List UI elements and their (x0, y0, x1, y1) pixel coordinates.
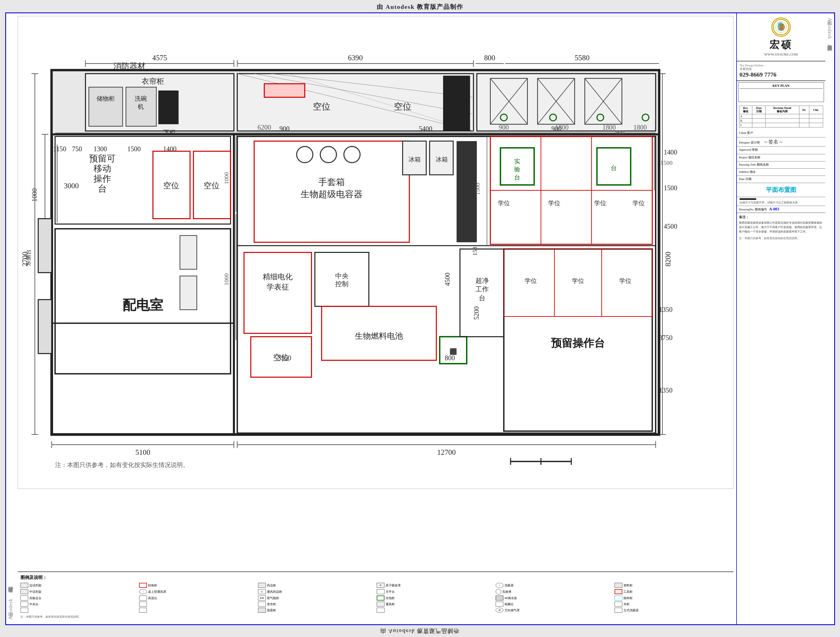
right-panel: 宏硕 WWW.SXSURE.COM The Design Hotline 本案热… (737, 13, 825, 624)
designer-section: Designer 设计师 ～签名～ (737, 137, 825, 147)
svg-text:冰箱: 冰箱 (436, 156, 448, 163)
svg-text:5580: 5580 (575, 54, 589, 62)
legend-title: 图例及说明： (21, 575, 731, 580)
svg-text:1500: 1500 (127, 145, 141, 153)
svg-text:12700: 12700 (437, 448, 456, 456)
svg-text:精细电化: 精细电化 (263, 273, 293, 281)
svg-text:1800: 1800 (555, 124, 568, 131)
key-plan-title: KEY PLAN (740, 84, 823, 89)
svg-text:东侧台: 东侧台 (25, 249, 31, 266)
svg-text:1350: 1350 (659, 306, 673, 313)
svg-text:6390: 6390 (348, 54, 363, 62)
svg-rect-12 (158, 90, 178, 124)
svg-text:控制: 控制 (335, 280, 349, 287)
approved-section: Approved 审核 (737, 147, 825, 154)
top-watermark: 由 Autodesk 教育版产品制作 (0, 0, 840, 13)
notes-footer: 注：本图只供参考，如有变化按实际生情况说明。 (739, 236, 823, 240)
svg-text:预留操作台: 预留操作台 (551, 337, 605, 349)
plan-title: 平面布置图 (740, 186, 823, 194)
svg-text:1350: 1350 (659, 386, 673, 394)
legend-item-water-cabinet: 水泡柜 (377, 596, 493, 601)
legend-item-hanging-cabinet: 吊柜 (614, 602, 731, 607)
footer-note: 注：本图只供参考，如有变化按实际生情况说明。 (21, 615, 731, 619)
svg-text:1800: 1800 (633, 124, 647, 131)
hotline-label-cn: 本案热线 (740, 67, 823, 71)
legend-item-bench3: 中试剂架 (21, 589, 137, 594)
svg-text:生物燃料电池: 生物燃料电池 (355, 331, 403, 341)
svg-text:学位: 学位 (594, 200, 606, 207)
svg-text:空位: 空位 (163, 181, 179, 190)
svg-text:实: 实 (514, 158, 520, 165)
svg-text:台: 台 (611, 164, 617, 172)
svg-text:1500: 1500 (474, 183, 481, 195)
legend-item-hood: ○ 桌上型通风罩 (139, 589, 255, 594)
svg-text:1400: 1400 (163, 145, 177, 153)
svg-text:机: 机 (138, 103, 144, 110)
svg-text:操作: 操作 (93, 174, 111, 184)
svg-rect-64 (180, 276, 197, 310)
svg-text:预留可: 预留可 (89, 154, 115, 163)
legend-item-high-temp: 高温台 (139, 596, 255, 601)
svg-rect-19 (264, 84, 305, 97)
svg-text:900: 900 (615, 129, 624, 136)
svg-text:学位: 学位 (633, 200, 645, 207)
left-watermark: 由 Autodesk 教育版产品制作 (6, 13, 15, 624)
svg-text:1000: 1000 (223, 172, 230, 184)
notes-section: 备注： 陕西宏硕实验室设备有限公司是西北地区专业的现代实验室整体规划设计及施工公… (737, 213, 825, 624)
svg-text:158: 158 (471, 247, 478, 256)
legend-item-gas-cabinet: ⊕⊕ 双气瓶柜 (258, 596, 374, 601)
svg-rect-22 (443, 76, 470, 131)
svg-point-71 (320, 147, 336, 163)
legend-item-vent-drug: ⊙ 通风药品柜 (258, 589, 374, 594)
svg-point-70 (297, 147, 313, 163)
legend-section: 图例及说明： 边试剂架 转角柜 药品柜 ✕ 原子吸收罩 (18, 571, 734, 621)
drawing-area: 衣帘柜 储物柜 洗碗 机 下柜 (15, 13, 737, 624)
scale-section: 比例尺寸与实图不符，详细尺寸以工程联络为准 (737, 197, 825, 206)
company-name-cn: 宏硕 (769, 38, 793, 52)
legend-item-computer: 电脑位 (496, 602, 612, 607)
svg-point-72 (344, 147, 360, 163)
svg-text:1500: 1500 (660, 159, 673, 166)
svg-text:手套箱: 手套箱 (318, 177, 345, 187)
svg-text:工作: 工作 (475, 285, 489, 293)
legend-item-empty1 (21, 608, 137, 613)
legend-item-sample-cabinet: 留样柜 (614, 596, 731, 601)
legend-item-data-cabinet: 资料柜 (614, 583, 731, 588)
svg-text:超净: 超净 (475, 277, 489, 284)
legend-item-exhaust: ⚙ 万向抽气罩 (496, 608, 612, 613)
svg-text:1400: 1400 (663, 148, 677, 156)
svg-text:1000: 1000 (223, 273, 230, 285)
legend-item-standing-eyewash: 立式洗眼器 (614, 608, 731, 613)
svg-text:储物柜: 储物柜 (96, 95, 115, 102)
drawing-no-section: DrawingNo. 图纸编号 A-003 (737, 206, 825, 213)
svg-text:750: 750 (72, 145, 82, 153)
hotline-label-en: The Design Hotline (740, 64, 823, 67)
svg-text:台: 台 (479, 294, 485, 302)
svg-text:学位: 学位 (497, 200, 510, 207)
svg-text:学位: 学位 (548, 200, 561, 207)
svg-text:1150: 1150 (53, 145, 66, 153)
svg-text:空位: 空位 (204, 181, 219, 190)
svg-text:配电室: 配电室 (122, 297, 163, 313)
plan-title-section: 平面布置图 (737, 183, 825, 197)
svg-rect-7 (89, 87, 123, 126)
svg-text:中央: 中央 (335, 272, 349, 279)
drawing-title-section: Drawing Title 图纸名称 (737, 161, 825, 169)
svg-text:下柜: 下柜 (163, 129, 175, 136)
svg-text:4575: 4575 (152, 54, 167, 62)
legend-item-nothing (139, 602, 255, 607)
company-url: WWW.SXSURE.COM (764, 52, 798, 57)
svg-text:6200: 6200 (257, 124, 271, 131)
legend-item-tool-cabinet: 工具柜 (614, 589, 731, 594)
svg-text:800: 800 (445, 354, 455, 362)
svg-text:1800: 1800 (602, 124, 616, 131)
svg-text:生物超级电容器: 生物超级电容器 (301, 189, 363, 199)
svg-text:学位: 学位 (619, 277, 631, 284)
legend-item-bench1: 边试剂架 (21, 583, 137, 588)
svg-text:空位: 空位 (393, 102, 411, 112)
legend-grid: 边试剂架 转角柜 药品柜 ✕ 原子吸收罩 ○ 洗眼器 (21, 583, 731, 613)
svg-text:800: 800 (484, 54, 495, 62)
svg-rect-181 (38, 219, 52, 273)
svg-text:3000: 3000 (64, 181, 79, 190)
svg-rect-63 (180, 236, 197, 269)
